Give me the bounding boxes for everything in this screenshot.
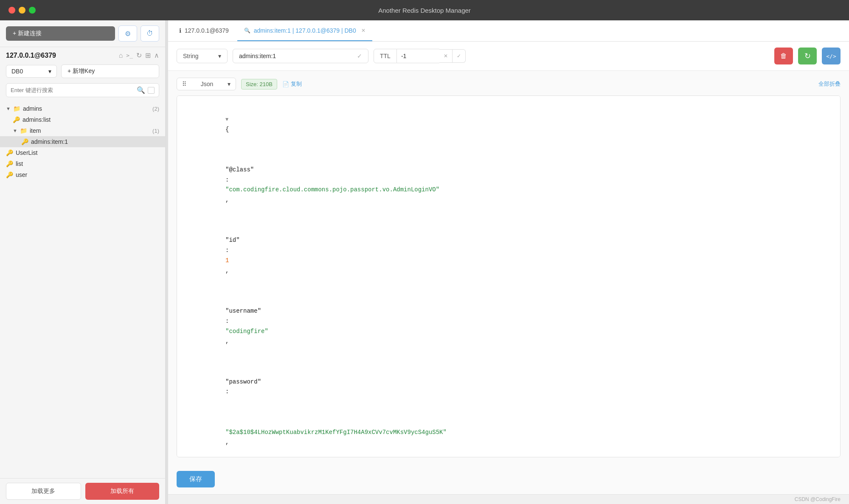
search-icons: 🔍 [137, 86, 155, 94]
chevron-down-icon: ▼ [13, 128, 17, 133]
sidebar-toolbar: + 新建连接 ⚙ ⏱ [0, 20, 165, 47]
sidebar: + 新建连接 ⚙ ⏱ 127.0.0.1@6379 ⌂ >_ ↻ ⊞ ∧ DB0 [0, 20, 166, 504]
save-section: 保存 [168, 464, 849, 494]
settings-button[interactable]: ⚙ [118, 25, 137, 42]
tree-item-list[interactable]: 🔑 list [0, 158, 165, 169]
main-container: + 新建连接 ⚙ ⏱ 127.0.0.1@6379 ⌂ >_ ↻ ⊞ ∧ DB0 [0, 20, 849, 504]
sidebar-bottom: 加载更多 加载所有 [0, 478, 165, 504]
history-icon: ⏱ [146, 30, 153, 37]
refresh-icon[interactable]: ↻ [136, 51, 142, 59]
tree-label: item [30, 127, 41, 134]
key-icon: 🔑 [6, 149, 13, 156]
collapse-all-button[interactable]: 全部折叠 [818, 80, 841, 88]
db-value: DB0 [11, 68, 23, 75]
load-all-button[interactable]: 加载所有 [85, 483, 160, 500]
server-name: 127.0.0.1@6379 [6, 52, 56, 59]
ttl-confirm-button[interactable]: ✓ [453, 49, 466, 63]
tree-item-item-folder[interactable]: ▼ 📁 item (1) [0, 125, 165, 136]
footer: CSDN @CodingFire [168, 494, 849, 504]
tree-label: list [16, 160, 23, 167]
editor-body[interactable]: ▼ { "@class" : "com.codingfire.cloud.com… [177, 95, 841, 457]
collapse-icon[interactable]: ∧ [154, 51, 159, 59]
grid-icon[interactable]: ⊞ [145, 51, 151, 59]
tree-item-admins-item-1[interactable]: 🔑 admins:item:1 [0, 136, 165, 147]
minimize-button[interactable] [19, 7, 25, 14]
load-more-button[interactable]: 加载更多 [6, 483, 81, 500]
history-button[interactable]: ⏱ [141, 25, 159, 42]
tab-label: admins:item:1 | 127.0.0.1@6379 | DB0 [254, 27, 356, 34]
json-line-username: "username" : "codingfire" , [190, 286, 827, 357]
json-line-class: "@class" : "com.codingfire.cloud.commons… [190, 145, 827, 216]
refresh-icon: ↻ [804, 51, 811, 61]
settings-icon: ⚙ [125, 30, 131, 38]
new-connection-button[interactable]: + 新建连接 [6, 26, 115, 41]
key-type-selector[interactable]: String ▾ [177, 49, 228, 63]
save-button[interactable]: 保存 [177, 471, 215, 487]
search-icon[interactable]: 🔍 [137, 86, 145, 94]
server-header: 127.0.0.1@6379 ⌂ >_ ↻ ⊞ ∧ [0, 47, 165, 62]
copy-icon: 📄 [282, 81, 289, 87]
format-icon: ⠿ [182, 81, 186, 87]
value-editor: ⠿ Json ▾ Size: 210B 📄 复制 全部折叠 ▼ { [168, 71, 849, 464]
terminal-icon[interactable]: >_ [126, 52, 133, 59]
tree-label: UserList [16, 149, 37, 156]
tree-label: user [16, 171, 27, 178]
key-editor-header: String ▾ admins:item:1 ✓ TTL -1 ✕ ✓ 🗑 ↻ … [168, 42, 849, 71]
db-chevron-icon: ▾ [48, 68, 51, 75]
window-title: Another Redis Desktop Manager [378, 7, 471, 14]
content-area: ℹ 127.0.0.1@6379 🔍 admins:item:1 | 127.0… [168, 20, 849, 504]
key-icon: 🔑 [6, 171, 13, 178]
add-key-button[interactable]: + 新增Key [61, 64, 159, 78]
db-controls: DB0 ▾ + 新增Key [0, 62, 165, 81]
key-name-field[interactable]: admins:item:1 ✓ [233, 49, 368, 63]
delete-key-button[interactable]: 🗑 [774, 48, 793, 64]
tab-close-button[interactable]: ✕ [361, 28, 365, 34]
maximize-button[interactable] [29, 7, 36, 14]
tab-key[interactable]: 🔍 admins:item:1 | 127.0.0.1@6379 | DB0 ✕ [237, 20, 372, 41]
size-badge: Size: 210B [241, 79, 277, 90]
search-inner: 🔍 [6, 83, 159, 97]
key-name-value: admins:item:1 [239, 53, 276, 59]
copy-label: 复制 [291, 80, 302, 88]
json-line-password-key: "password" : [190, 357, 827, 407]
json-line-open: ▼ { [190, 104, 827, 145]
format-value: Json [201, 81, 214, 87]
tree-container: ▼ 📁 admins (2) 🔑 admins:list ▼ 📁 item (1… [0, 101, 165, 478]
tree-item-admins[interactable]: ▼ 📁 admins (2) [0, 103, 165, 114]
close-button[interactable] [8, 7, 15, 14]
format-selector[interactable]: ⠿ Json ▾ [177, 78, 236, 90]
ttl-controls: TTL -1 ✕ ✓ [374, 49, 466, 63]
refresh-key-button[interactable]: ↻ [798, 48, 817, 64]
server-actions: ⌂ >_ ↻ ⊞ ∧ [119, 51, 159, 59]
tab-bar: ℹ 127.0.0.1@6379 🔍 admins:item:1 | 127.0… [168, 20, 849, 42]
tree-item-user[interactable]: 🔑 user [0, 169, 165, 180]
chevron-down-icon: ▾ [218, 53, 221, 59]
editor-toolbar: ⠿ Json ▾ Size: 210B 📄 复制 全部折叠 [177, 78, 841, 90]
tree-label: admins [23, 105, 42, 112]
tree-count: (1) [152, 128, 159, 134]
code-icon: </> [826, 53, 836, 59]
collapse-button[interactable]: ▼ [225, 117, 228, 123]
key-icon: 🔑 [21, 138, 28, 145]
db-selector[interactable]: DB0 ▾ [6, 65, 57, 78]
window-controls [8, 7, 36, 14]
search-input[interactable] [11, 87, 134, 93]
checkmark-icon: ✓ [357, 53, 362, 59]
ttl-clear-button[interactable]: ✕ [439, 49, 453, 63]
tree-label: admins:list [22, 116, 51, 123]
tree-count: (2) [152, 106, 159, 112]
home-icon[interactable]: ⌂ [119, 52, 123, 59]
type-value: String [183, 53, 199, 59]
chevron-down-icon: ▾ [228, 81, 231, 87]
folder-icon: 📁 [20, 127, 27, 134]
ttl-label: TTL [374, 49, 397, 63]
tree-item-userlist[interactable]: 🔑 UserList [0, 147, 165, 158]
code-button[interactable]: </> [822, 48, 841, 64]
tree-label: admins:item:1 [31, 138, 68, 145]
copy-button[interactable]: 📄 复制 [282, 80, 302, 88]
filter-icon[interactable] [148, 87, 155, 94]
search-icon: 🔍 [244, 28, 250, 34]
tree-item-admins-list[interactable]: 🔑 admins:list [0, 114, 165, 125]
info-icon: ℹ [179, 27, 181, 34]
tab-server[interactable]: ℹ 127.0.0.1@6379 [172, 20, 236, 41]
